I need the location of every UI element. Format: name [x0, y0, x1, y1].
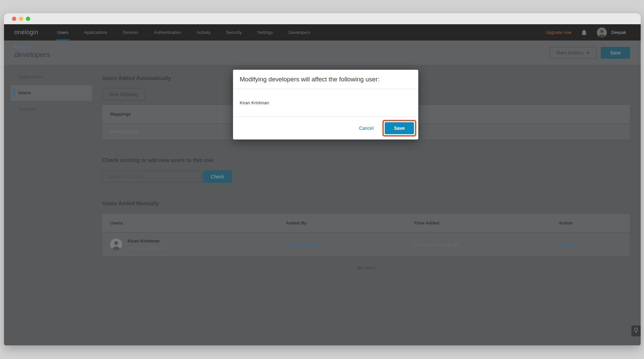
minimize-window-button[interactable]: [19, 17, 23, 21]
column-header-time-added: Time Added: [414, 221, 559, 225]
more-actions-button[interactable]: More Actions: [550, 47, 597, 59]
mappings-column-header: Mappings: [102, 112, 131, 117]
account-menu[interactable]: Deepak: [597, 28, 626, 38]
breadcrumb-roles-link[interactable]: Roles /: [14, 45, 28, 49]
row-added-by-link[interactable]: Deepak Prabhakara: [286, 242, 414, 247]
user-avatar-icon: [597, 28, 607, 38]
more-actions-label: More Actions: [556, 50, 583, 55]
nav-item-applications[interactable]: Applications: [83, 24, 108, 41]
row-remove-link[interactable]: Remove: [559, 242, 630, 247]
nav-menu: Users Applications Devices Authenticatio…: [56, 24, 311, 41]
zoom-window-button[interactable]: [26, 17, 30, 21]
page-header: Roles / developers More Actions Save: [4, 41, 641, 65]
modal-cancel-button[interactable]: Cancel: [359, 126, 373, 131]
sidebar-item-privileges[interactable]: Privileges: [11, 101, 92, 117]
onelogin-logo: onelogin: [14, 29, 38, 36]
modal-save-button[interactable]: Save: [385, 122, 414, 134]
modal-affected-user: Kiran Krishnan: [240, 100, 269, 105]
nav-item-security[interactable]: Security: [225, 24, 243, 41]
users-added-automatically-heading: Users Added Automatically: [102, 75, 171, 81]
search-user-input[interactable]: [102, 170, 201, 183]
no-users-text: No users: [102, 265, 630, 270]
upgrade-now-link[interactable]: Upgrade now: [546, 30, 571, 35]
sidebar-item-users[interactable]: Users: [11, 85, 92, 101]
row-user-name: Kiran Krishnan: [127, 238, 166, 243]
browser-window: onelogin Users Applications Devices Auth…: [4, 13, 641, 345]
nav-item-users[interactable]: Users: [56, 24, 69, 41]
column-header-users: Users: [102, 221, 286, 225]
window-titlebar: [4, 13, 641, 24]
check-button[interactable]: Check: [203, 170, 232, 183]
save-annotation-highlight: Save: [382, 120, 416, 136]
notifications-bell-icon[interactable]: [581, 30, 587, 36]
nav-item-developers[interactable]: Developers: [287, 24, 311, 41]
table-row: Kiran Krishnan kiran@boxyhq.com Deepak P…: [102, 232, 630, 256]
close-window-button[interactable]: [12, 17, 16, 21]
row-time-added: less than a minute ago: [414, 242, 559, 247]
role-sidebar: Applications Users Privileges: [11, 69, 92, 117]
header-save-button[interactable]: Save: [601, 47, 630, 59]
help-lightbulb-button[interactable]: [631, 325, 641, 336]
new-mapping-button[interactable]: New Mapping: [102, 88, 145, 100]
navbar-right: Upgrade now Deepak: [546, 28, 626, 38]
modal-title: Modifying developers will affect the fol…: [240, 76, 379, 83]
nav-item-activity[interactable]: Activity: [196, 24, 211, 41]
top-navbar: onelogin Users Applications Devices Auth…: [4, 24, 641, 41]
column-header-action: Action: [559, 221, 630, 225]
users-added-manually-heading: Users Added Manually: [102, 201, 159, 207]
page-title: developers: [14, 50, 50, 59]
column-header-added-by: Added By: [286, 221, 414, 225]
lightbulb-icon: [634, 327, 638, 335]
user-name-label: Deepak: [611, 30, 626, 35]
confirm-modal: Modifying developers will affect the fol…: [233, 70, 418, 139]
sidebar-item-applications[interactable]: Applications: [11, 69, 92, 85]
manual-users-table: Users Added By Time Added Action Kiran K…: [102, 214, 630, 257]
nav-item-settings[interactable]: Settings: [256, 24, 274, 41]
chevron-down-icon: [587, 52, 590, 54]
nav-item-devices[interactable]: Devices: [122, 24, 139, 41]
nav-item-authentication[interactable]: Authentication: [153, 24, 182, 41]
row-user-avatar-icon: [110, 238, 122, 250]
row-user-email: kiran@boxyhq.com: [127, 246, 166, 251]
check-users-heading: Check existing or add new users to this …: [102, 157, 213, 163]
